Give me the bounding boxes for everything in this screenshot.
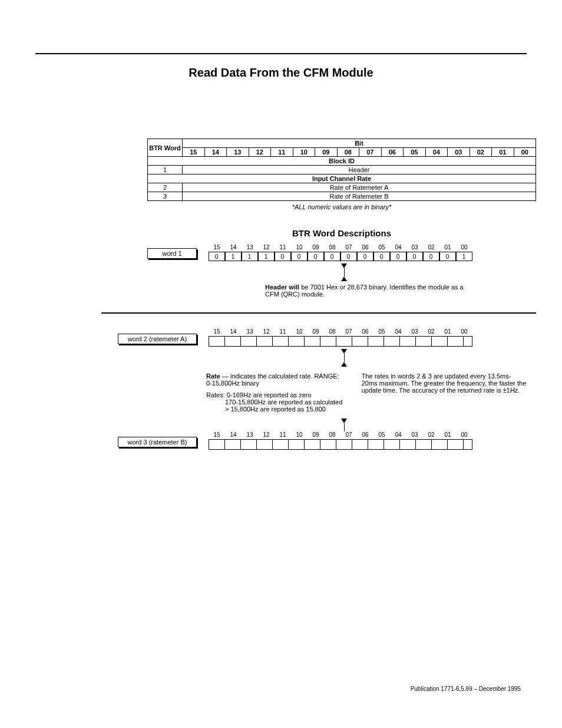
word2-strip: word 2 (ratemeter A) 15 14 13 12 11 10 0…: [118, 328, 527, 347]
bit-index-row: 15141312 11100908 07060504 03020100: [148, 148, 536, 157]
arrow-up-icon: [341, 276, 347, 281]
arrow-down-icon: [341, 419, 347, 423]
word1-strip: word 1 150 141 131 121 110 100 090 080 0…: [147, 244, 527, 261]
table-row: 2 Rate of Ratemeter A: [148, 183, 536, 192]
btr-summary-table: BTR Word Bit 15141312 11100908 07060504 …: [147, 139, 536, 201]
table-footnote: *ALL numeric values are in binary*: [147, 203, 536, 210]
word1-note: Header will be 7001 Hex or 28,673 binary…: [265, 284, 477, 298]
page-title: Read Data From the CFM Module: [35, 66, 527, 80]
word1-label: word 1: [147, 248, 197, 259]
word3-strip: word 3 (ratemeter B) 15 14 13 12 11 10 0…: [118, 431, 527, 450]
arrow-down-icon: [341, 263, 347, 268]
publication-note: Publication 1771-6.5.99 – December 1995: [35, 686, 521, 692]
word1-brace: [212, 263, 476, 281]
word3-brace-top: [212, 419, 476, 431]
btr-word-desc-heading: BTR Word Descriptions: [147, 228, 536, 238]
arrow-up-icon: [341, 362, 347, 367]
word2-label: word 2 (ratemeter A): [118, 334, 197, 344]
table-row: 3 Rate of Ratemeter B: [148, 192, 536, 201]
word3-label: word 3 (ratemeter B): [118, 437, 197, 447]
arrow-down-icon: [341, 349, 347, 354]
section-input-channel-rate: Input Channel Rate: [148, 174, 536, 183]
bit-header: Bit: [183, 139, 536, 148]
section-block-id: Block ID: [148, 157, 536, 166]
table-row: 1 Header: [148, 166, 536, 174]
btr-word-header: BTR Word: [148, 139, 183, 157]
word2-notes: Rate — indicates the calculated rate. RA…: [206, 373, 527, 413]
word2-brace: [212, 349, 476, 367]
word2-bit-frame: [209, 336, 472, 347]
word3-bit-frame: [209, 439, 472, 450]
